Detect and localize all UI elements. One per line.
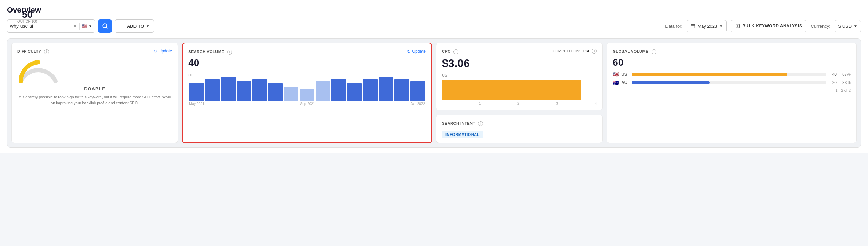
date-chevron-icon: ▼	[719, 24, 723, 28]
cpc-label-wrap: CPC i	[442, 48, 458, 54]
au-count: 20	[829, 80, 837, 85]
x-label-2: Sep 2021	[300, 102, 315, 106]
search-icon	[102, 23, 108, 29]
difficulty-out-of: OUT OF 100	[17, 19, 37, 23]
bar-0	[189, 83, 204, 101]
search-volume-update-label: Update	[412, 49, 426, 54]
hbar-x-labels: 1 2 3 4	[442, 101, 597, 105]
global-row-au: 🇦🇺 AU 20 33%	[613, 80, 851, 85]
sv-refresh-icon: ↻	[407, 49, 411, 54]
page-wrapper: Overview ✕ 🇺🇸 ▼ ADD TO ▼	[0, 0, 868, 153]
au-country-name: AU	[621, 80, 629, 85]
x-label-1: May 2021	[189, 102, 204, 106]
competition-value: 0.14	[582, 49, 589, 53]
bar-13	[394, 79, 409, 101]
au-bar-track	[632, 81, 826, 84]
search-intent-header: SEARCH INTENT i	[442, 120, 597, 126]
divider	[79, 23, 80, 30]
add-to-chevron-icon: ▼	[146, 24, 150, 28]
bulk-icon	[735, 24, 740, 28]
bar-1	[205, 79, 220, 101]
clear-icon[interactable]: ✕	[73, 23, 77, 29]
currency-dropdown[interactable]: $ USD ▼	[835, 20, 861, 32]
global-volume-card: GLOBAL VOLUME i 60 🇺🇸 US 40 67% 🇦🇺 AU	[607, 43, 857, 143]
cpc-info-icon[interactable]: i	[453, 49, 458, 54]
donut-wrap: 50 OUT OF 100	[17, 57, 172, 85]
search-input[interactable]	[10, 23, 71, 29]
search-intent-info-icon[interactable]: i	[478, 121, 483, 126]
horizontal-bar-chart: US 1 2 3 4	[442, 73, 597, 105]
difficulty-score: 50	[17, 10, 37, 19]
global-volume-label-wrap: GLOBAL VOLUME i	[613, 48, 656, 54]
search-volume-value: 40	[188, 57, 426, 68]
currency-chevron-icon: ▼	[854, 24, 857, 28]
search-volume-label-wrap: SEARCH VOLUME i	[188, 48, 232, 55]
au-bar-fill	[632, 81, 710, 84]
au-pct: 33%	[840, 80, 851, 85]
bar-chart-y-label: 60	[188, 73, 192, 77]
toolbar-right: Data for: May 2023 ▼ BULK KEYWORD ANALYS…	[665, 20, 861, 32]
search-volume-header: SEARCH VOLUME i ↻ Update	[188, 48, 426, 55]
bar-5	[268, 83, 282, 101]
search-volume-info-icon[interactable]: i	[227, 50, 232, 55]
intent-badge: INFORMATIONAL	[442, 131, 483, 138]
hbar-label: US	[442, 73, 597, 77]
add-to-button[interactable]: ADD TO ▼	[115, 19, 154, 33]
competition-info-icon[interactable]: i	[592, 49, 597, 54]
difficulty-card-header: DIFFICULTY i ↻ Update	[17, 48, 172, 54]
date-dropdown[interactable]: May 2023 ▼	[687, 20, 727, 32]
bar-2	[221, 77, 235, 101]
search-button[interactable]	[98, 19, 112, 33]
difficulty-description: It is entirely possible to rank high for…	[17, 94, 172, 106]
data-for-label: Data for:	[665, 24, 682, 29]
page-title: Overview	[7, 6, 861, 15]
competition-wrap: COMPETITION: 0.14 i	[552, 49, 597, 54]
flag-dropdown[interactable]: 🇺🇸 ▼	[82, 24, 92, 29]
bars-container	[188, 73, 426, 101]
search-volume-card: SEARCH VOLUME i ↻ Update 40 60 May 2021 …	[182, 43, 432, 143]
global-row-us: 🇺🇸 US 40 67%	[613, 72, 851, 77]
difficulty-update-link[interactable]: ↻ Update	[153, 49, 172, 54]
bar-6	[284, 87, 298, 101]
difficulty-status: DOABLE	[17, 86, 172, 91]
cpc-header: CPC i COMPETITION: 0.14 i	[442, 48, 597, 54]
cpc-value: $3.06	[442, 57, 597, 70]
au-flag-icon: 🇦🇺	[613, 80, 619, 85]
hbar-x-2: 2	[517, 101, 519, 105]
bulk-keyword-button[interactable]: BULK KEYWORD ANALYSIS	[731, 20, 806, 32]
bar-7	[300, 89, 314, 101]
us-pct: 67%	[840, 72, 851, 77]
competition-label: COMPETITION:	[552, 49, 580, 53]
us-bar-fill	[632, 73, 787, 76]
cpc-intent-column: CPC i COMPETITION: 0.14 i $3.06 US	[436, 43, 603, 143]
global-volume-value: 60	[613, 57, 851, 68]
us-bar-track	[632, 73, 826, 76]
search-volume-update-link[interactable]: ↻ Update	[407, 49, 426, 54]
svg-rect-5	[691, 24, 695, 28]
bar-10	[347, 83, 362, 101]
cards-grid: DIFFICULTY i ↻ Update 50 OUT OF 100	[7, 38, 861, 148]
bulk-label: BULK KEYWORD ANALYSIS	[742, 24, 802, 28]
hbar-x-1: 1	[479, 101, 481, 105]
add-to-icon	[119, 23, 125, 29]
donut-chart	[17, 57, 59, 85]
svg-line-1	[106, 27, 107, 28]
donut-label: 50 OUT OF 100	[17, 10, 37, 23]
search-intent-card: SEARCH INTENT i INFORMATIONAL	[436, 115, 603, 143]
toolbar: ✕ 🇺🇸 ▼ ADD TO ▼ Data for:	[7, 19, 861, 33]
bar-11	[363, 79, 377, 101]
currency-label: Currency:	[811, 24, 830, 29]
difficulty-info-icon[interactable]: i	[44, 49, 49, 54]
global-volume-info-icon[interactable]: i	[652, 49, 656, 54]
hbar-x-4: 4	[595, 101, 597, 105]
calendar-icon	[690, 24, 695, 28]
bar-x-labels: May 2021 Sep 2021 Jan 2022	[188, 101, 426, 106]
us-flag-icon: 🇺🇸	[613, 72, 619, 77]
difficulty-label-wrap: DIFFICULTY i	[17, 48, 49, 54]
bar-3	[237, 81, 251, 101]
global-volume-label: GLOBAL VOLUME	[613, 49, 648, 54]
global-volume-header: GLOBAL VOLUME i	[613, 48, 851, 54]
cpc-label: CPC	[442, 49, 451, 54]
search-intent-label-wrap: SEARCH INTENT i	[442, 120, 483, 126]
date-label: May 2023	[697, 24, 717, 29]
